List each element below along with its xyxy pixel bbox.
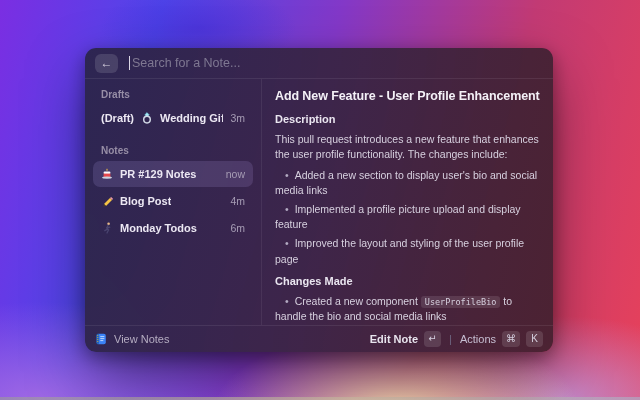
back-button[interactable]: ← [95,54,118,73]
text-caret [129,56,130,70]
action-bar: View Notes Edit Note ↵ | Actions ⌘ K [85,325,553,352]
actions-button[interactable]: Actions [460,333,496,345]
list-item: Added a new section to display user's bi… [275,168,540,198]
footer-divider: | [449,333,452,345]
list-item: Improved the layout and styling of the u… [275,236,540,266]
notes-app-window: ← Search for a Note... Drafts (Draft) We… [85,48,553,352]
search-bar: ← Search for a Note... [85,48,553,79]
list-item: Created a new component UserProfileBio t… [275,294,540,324]
list-item-blog-post[interactable]: Blog Post 4m [93,188,253,214]
view-notes-label: View Notes [114,333,169,345]
section-heading-changes-made: Changes Made [275,274,540,290]
note-title: PR #129 Notes [120,168,196,180]
back-arrow-icon: ← [101,57,113,69]
notes-sidebar: Drafts (Draft) Wedding Gift Ideas 3m Not… [85,79,262,325]
pencil-icon [101,195,113,207]
cake-icon [101,168,113,180]
command-key-badge[interactable]: ⌘ [502,331,520,347]
note-timestamp: 3m [230,112,245,124]
note-heading: Add New Feature - User Profile Enhanceme… [275,87,540,105]
description-intro: This pull request introduces a new featu… [275,132,540,162]
runner-icon [101,222,113,234]
list-item: Implemented a profile picture upload and… [275,202,540,232]
note-title: Wedding Gift Ideas [160,112,223,124]
list-item-monday-todos[interactable]: Monday Todos 6m [93,215,253,241]
inline-code: UserProfileBio [421,296,501,308]
draft-prefix: (Draft) [101,112,134,124]
section-label-drafts: Drafts [93,85,253,105]
note-preview-pane[interactable]: Add New Feature - User Profile Enhanceme… [262,79,553,325]
window-body: Drafts (Draft) Wedding Gift Ideas 3m Not… [85,79,553,325]
note-timestamp: 6m [230,222,245,234]
return-key-badge[interactable]: ↵ [424,331,441,347]
edit-note-button[interactable]: Edit Note [370,333,418,345]
note-timestamp: 4m [230,195,245,207]
note-title: Blog Post [120,195,171,207]
note-timestamp: now [226,168,245,180]
list-item-pr-129-notes[interactable]: PR #129 Notes now [93,161,253,187]
section-heading-description: Description [275,112,540,128]
section-label-notes: Notes [93,141,253,161]
k-key-badge[interactable]: K [526,331,543,347]
notebook-icon [95,333,107,345]
note-title: Monday Todos [120,222,197,234]
search-input[interactable]: Search for a Note... [132,56,240,70]
list-item-wedding-gift-ideas[interactable]: (Draft) Wedding Gift Ideas 3m [93,105,253,131]
view-notes-button[interactable]: View Notes [95,333,169,345]
ring-icon [141,112,153,124]
